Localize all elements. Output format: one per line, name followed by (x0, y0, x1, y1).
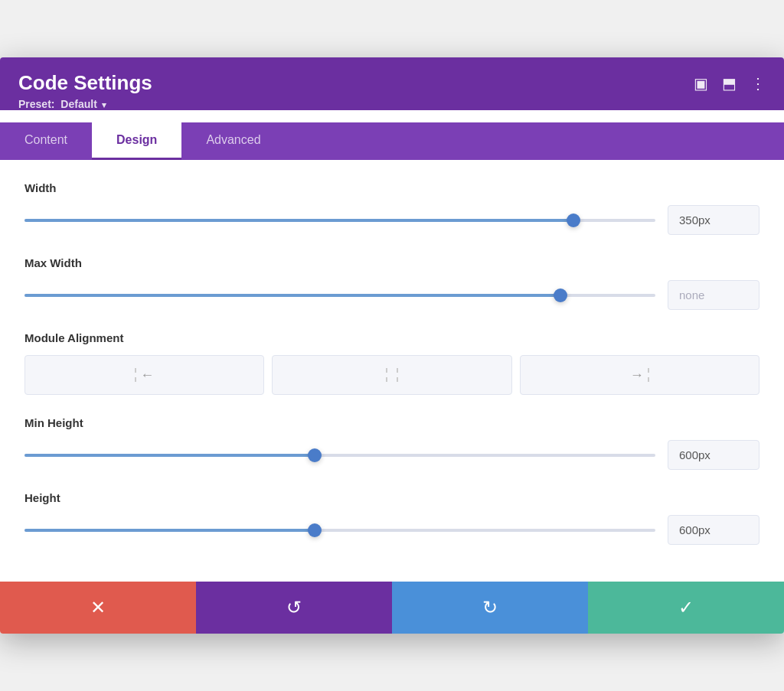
min-height-label: Min Height (24, 416, 760, 429)
align-center-icon (386, 368, 398, 382)
screen-icon[interactable]: ▣ (694, 74, 708, 93)
width-input[interactable]: 350px (668, 205, 760, 235)
preset-dropdown-arrow[interactable]: ▾ (102, 100, 106, 109)
reset-icon: ↺ (286, 597, 302, 618)
height-slider-thumb[interactable] (308, 523, 322, 537)
width-label: Width (24, 181, 760, 194)
modal-window: Code Settings ▣ ⬒ ⋮ Preset: Default ▾ Co… (0, 57, 784, 634)
align-left-button[interactable]: ← (24, 355, 264, 395)
height-label: Height (24, 491, 760, 504)
width-slider-row: 350px (24, 205, 760, 235)
align-right-button[interactable]: → (520, 355, 760, 395)
save-button[interactable]: ✓ (588, 582, 784, 634)
height-slider-row: 600px (24, 515, 760, 545)
tabs-bar: Content Design Advanced (0, 122, 784, 160)
align-center-button[interactable] (272, 355, 511, 395)
height-slider-fill (24, 529, 315, 532)
align-left-icon: ← (135, 367, 154, 383)
reset-button[interactable]: ↺ (196, 582, 392, 634)
height-input[interactable]: 600px (668, 515, 760, 545)
align-right-icon: → (630, 367, 649, 383)
width-slider-thumb[interactable] (567, 213, 580, 227)
preset-row: Preset: Default ▾ (18, 98, 766, 110)
min-height-input[interactable]: 600px (668, 440, 760, 470)
columns-icon[interactable]: ⬒ (722, 74, 737, 93)
alignment-buttons: ← → (24, 355, 760, 395)
save-icon: ✓ (678, 597, 694, 618)
tab-design[interactable]: Design (92, 122, 181, 160)
min-height-slider-fill (24, 454, 315, 457)
width-slider-fill (24, 219, 573, 222)
min-height-slider-row: 600px (24, 440, 760, 470)
section-max-width: Max Width none (24, 256, 760, 310)
tab-content[interactable]: Content (0, 122, 92, 160)
settings-content: Width 350px Max Width (0, 160, 784, 582)
section-width: Width 350px (24, 181, 760, 235)
max-width-slider-fill (24, 294, 560, 297)
max-width-slider-container (24, 288, 655, 303)
width-slider-container (24, 213, 655, 228)
min-height-slider-thumb[interactable] (308, 448, 322, 462)
module-alignment-label: Module Alignment (24, 331, 760, 344)
min-height-slider-track (24, 454, 655, 457)
header: Code Settings ▣ ⬒ ⋮ Preset: Default ▾ (0, 57, 784, 110)
height-slider-container (24, 523, 655, 538)
width-slider-track (24, 219, 655, 222)
modal-title: Code Settings (18, 71, 152, 95)
max-width-slider-thumb[interactable] (554, 288, 567, 302)
min-height-slider-container (24, 448, 655, 463)
max-width-label: Max Width (24, 256, 760, 269)
header-top: Code Settings ▣ ⬒ ⋮ (18, 71, 766, 95)
section-height: Height 600px (24, 491, 760, 545)
more-icon[interactable]: ⋮ (750, 74, 766, 93)
tab-advanced[interactable]: Advanced (181, 122, 285, 160)
max-width-slider-track (24, 294, 655, 297)
header-icons: ▣ ⬒ ⋮ (694, 74, 766, 93)
redo-button[interactable]: ↻ (392, 582, 588, 634)
max-width-input[interactable]: none (668, 280, 760, 310)
max-width-slider-row: none (24, 280, 760, 310)
section-min-height: Min Height 600px (24, 416, 760, 470)
redo-icon: ↻ (482, 597, 498, 618)
height-slider-track (24, 529, 655, 532)
cancel-button[interactable]: ✕ (0, 582, 196, 634)
footer: ✕ ↺ ↻ ✓ (0, 582, 784, 634)
section-module-alignment: Module Alignment ← (24, 331, 760, 395)
cancel-icon: ✕ (90, 597, 106, 618)
